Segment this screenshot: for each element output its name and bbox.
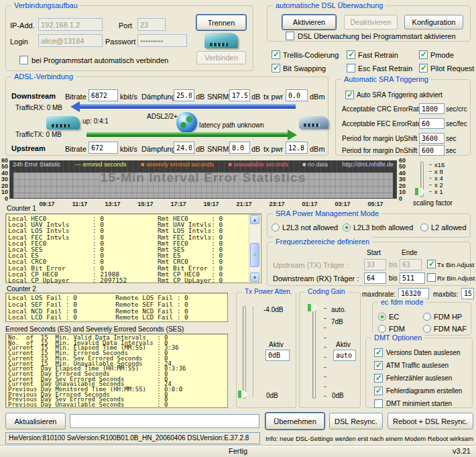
- login-field[interactable]: [38, 34, 103, 47]
- port-field[interactable]: [137, 18, 166, 31]
- chart-title: 24h Error Statistic: [13, 161, 61, 168]
- fdm-radio[interactable]: [378, 325, 386, 333]
- trellis-label: Trellis-Codierung: [283, 51, 339, 59]
- chart-legend: 24h Error Statistic — errored seconds ■ …: [9, 160, 397, 168]
- auto-sra-checkbox[interactable]: [345, 91, 354, 99]
- tx-atten-slider-track[interactable]: [243, 306, 246, 399]
- aktualisieren-button[interactable]: Aktualisieren: [5, 413, 66, 429]
- verbinden-button[interactable]: Verbinden: [196, 51, 246, 64]
- fast-retrain-checkbox[interactable]: [347, 50, 355, 59]
- reboot-dsl-resync-button[interactable]: Reboot + DSL Resync.: [388, 413, 473, 429]
- chart-url: http://dmt.mhilfe.de: [342, 161, 394, 168]
- ueberwachung-startup-checkbox[interactable]: [286, 32, 294, 40]
- up-daempfung-field[interactable]: [174, 142, 194, 154]
- rx-bin-adjust-checkbox[interactable]: [427, 273, 436, 282]
- snrm-label: SNRM: [207, 93, 229, 101]
- scroll-up-icon[interactable]: ▲: [250, 215, 259, 224]
- counter2-console: Local LOS Fail : 0 Remote LOS Fail : 0 L…: [5, 293, 228, 322]
- fec-errorrate-field[interactable]: [419, 118, 444, 129]
- fehlerdiagramm-checkbox[interactable]: [374, 387, 383, 395]
- passwort-field[interactable]: [137, 34, 187, 47]
- fdm-hp-radio[interactable]: [423, 313, 431, 321]
- fehlerzaehler-checkbox[interactable]: [374, 374, 383, 383]
- group-coding-gain: Coding Gain auto. 7dB Aktiv 0dB: [299, 292, 361, 408]
- txpwr-label: tx pwr: [263, 145, 283, 153]
- l2l3-not-allowed-radio[interactable]: [272, 223, 280, 232]
- aktiv-label: Aktiv: [336, 341, 351, 348]
- x-axis-tick: 21:17: [236, 201, 251, 207]
- ip-field[interactable]: [38, 18, 103, 31]
- fdm-naf-label: FDM NAF: [434, 325, 467, 333]
- up-snrm-field[interactable]: [229, 142, 250, 154]
- coding-gain-slider-handle[interactable]: [308, 304, 318, 311]
- bit-swapping-checkbox[interactable]: [272, 64, 280, 72]
- x-axis-tick: 19:17: [203, 201, 219, 207]
- group-title: automatische DSL Überwachung: [273, 1, 385, 10]
- coding-gain-aktiv-field[interactable]: [333, 350, 356, 361]
- coding-gain-7db-label: 7dB: [331, 318, 343, 325]
- trennen-button[interactable]: Trennen: [196, 15, 246, 30]
- group-title: Tx Power Atten.: [242, 287, 295, 297]
- bitrate-unit: kbit/s: [120, 93, 137, 101]
- traffic-tx-label: TrafficTX: 0 MB: [15, 131, 62, 138]
- scroll-down-icon[interactable]: ▼: [250, 272, 259, 282]
- dnshift-field[interactable]: [419, 145, 444, 156]
- scaling-slider-handle[interactable]: [415, 188, 426, 195]
- tx-atten-aktiv-field[interactable]: [265, 350, 290, 361]
- coding-gain-ticks: [324, 308, 326, 397]
- upstream-start-field[interactable]: [364, 259, 386, 270]
- downstream-ende-field[interactable]: [400, 272, 425, 284]
- down-snrm-field[interactable]: [229, 89, 250, 101]
- maxbits-field[interactable]: [461, 288, 474, 299]
- konfiguration-button[interactable]: Konfiguration: [404, 15, 463, 30]
- tx-bin-adjust-checkbox[interactable]: [427, 260, 436, 268]
- bitrate-label: Bitrate: [65, 93, 86, 101]
- trellis-checkbox[interactable]: [272, 50, 280, 59]
- app-version: v3.21: [453, 447, 471, 455]
- coding-gain-slider-track[interactable]: [312, 306, 316, 399]
- fdm-label: FDM: [389, 325, 405, 333]
- dmt-minimiert-checkbox[interactable]: [374, 399, 383, 408]
- x-axis-tick: 15:17: [137, 201, 153, 207]
- downstream-label: Downstream: [11, 92, 56, 100]
- y-axis-tick: 10: [0, 189, 8, 195]
- down-daempfung-field[interactable]: [174, 89, 194, 101]
- uebernehmen-button[interactable]: Übernehmen: [265, 413, 324, 429]
- command-input[interactable]: [70, 414, 259, 428]
- aktivieren-button[interactable]: Aktivieren: [282, 15, 336, 30]
- autostart-label: bei Programmstart automatisch verbinden: [32, 56, 168, 64]
- up-bitrate-field[interactable]: [88, 142, 118, 154]
- upshift-field[interactable]: [419, 133, 444, 144]
- crc-errorrate-unit: sec/crc: [446, 105, 467, 113]
- l2l3-both-allowed-radio[interactable]: [343, 223, 351, 232]
- down-bitrate-field[interactable]: [88, 89, 118, 101]
- deaktivieren-button[interactable]: Deaktivieren: [344, 15, 398, 30]
- atm-traffic-checkbox[interactable]: [374, 361, 383, 370]
- group-sra-triggering: Automatic SRA Triggering Auto SRA Trigge…: [335, 79, 471, 156]
- pilot-request-checkbox[interactable]: [419, 64, 428, 72]
- globe-icon: [176, 112, 197, 133]
- down-txpwr-field[interactable]: [286, 89, 308, 101]
- autostart-checkbox[interactable]: [19, 56, 28, 64]
- crc-errorrate-field[interactable]: [419, 103, 444, 114]
- fdm-naf-radio[interactable]: [423, 325, 431, 333]
- daempfung-unit: dB: [196, 93, 204, 101]
- l2l3-both-allowed-label: L2L3 both allowed: [353, 223, 413, 232]
- downstream-start-field[interactable]: [364, 272, 386, 284]
- dsl-resync-button[interactable]: DSL Resync.: [329, 413, 383, 429]
- port-label: Port: [119, 21, 132, 30]
- ec-radio[interactable]: [378, 313, 386, 321]
- versions-daten-checkbox[interactable]: [374, 348, 383, 357]
- coding-gain-bottom-label: 0dB: [332, 392, 344, 399]
- tx-atten-slider-handle[interactable]: [238, 391, 249, 398]
- scrollbar-thumb[interactable]: ≡: [250, 243, 259, 267]
- pmode-checkbox[interactable]: [419, 50, 428, 59]
- esc-fast-retrain-checkbox[interactable]: [347, 64, 355, 72]
- x-axis-tick: 17:17: [170, 201, 186, 207]
- up-txpwr-field[interactable]: [286, 142, 308, 154]
- counter1-scrollbar[interactable]: ▲ ≡ ▼: [249, 215, 260, 282]
- l2-allowed-radio[interactable]: [420, 223, 428, 232]
- chart-watermark: 15-Min Interval Error Statistics: [9, 170, 397, 185]
- group-sra-power-mode: SRA Power Management Mode L2L3 not allow…: [267, 213, 471, 238]
- upstream-ende-field[interactable]: [400, 259, 422, 270]
